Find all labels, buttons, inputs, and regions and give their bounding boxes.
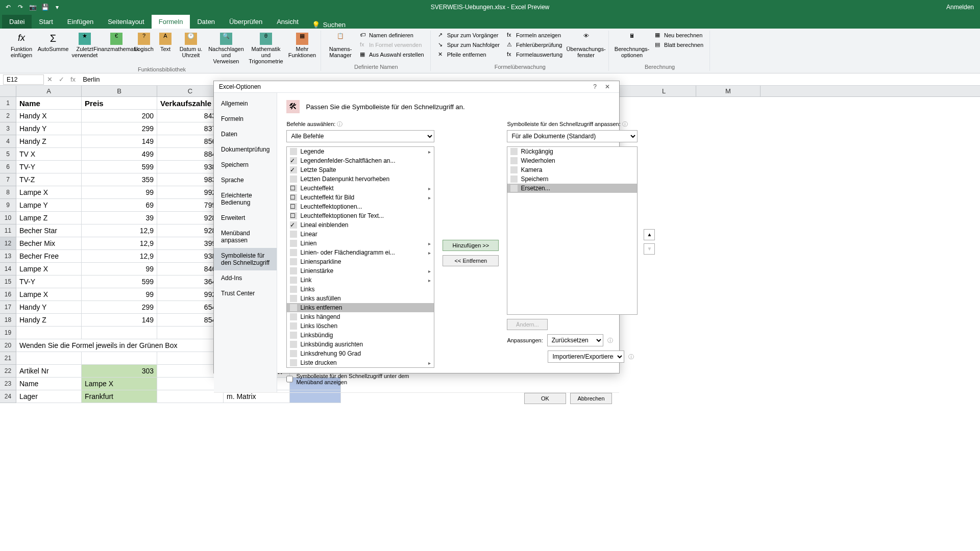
use-in-formula-button[interactable]: fxIn Formel verwenden: [357, 40, 427, 49]
cell[interactable]: [82, 352, 157, 365]
insert-function-button[interactable]: fxFunktion einfügen: [6, 31, 37, 66]
create-from-selection-button[interactable]: ▦Aus Auswahl erstellen: [357, 50, 427, 59]
list-item[interactable]: Ersetzen...: [507, 184, 637, 193]
logical-button[interactable]: ?Logisch: [133, 31, 155, 66]
list-item[interactable]: Linksbündig ausrichten: [287, 340, 434, 349]
cell[interactable]: 499: [82, 148, 157, 161]
cell[interactable]: 599: [82, 161, 157, 173]
fx-button[interactable]: fx: [67, 76, 79, 83]
cell[interactable]: 359: [82, 173, 157, 186]
evaluate-formula-button[interactable]: fxFormelauswertung: [504, 50, 566, 59]
row-header[interactable]: 23: [0, 378, 16, 390]
list-item[interactable]: Speichern: [507, 174, 637, 184]
cell[interactable]: Lampe X: [16, 288, 82, 301]
cell[interactable]: 303: [82, 365, 157, 378]
list-item[interactable]: ☐Leuchteffektoptionen für Text...: [287, 211, 434, 220]
show-formulas-button[interactable]: fxFormeln anzeigen: [504, 31, 566, 40]
row-header[interactable]: 4: [0, 135, 16, 148]
autosum-button[interactable]: ΣAutoSumme: [38, 31, 68, 66]
cell[interactable]: Wenden Sie die Formel jeweils in der Grü…: [16, 339, 224, 352]
sidebar-item[interactable]: Add-Ins: [214, 270, 277, 286]
sidebar-item[interactable]: Symbolleiste für den Schnellzugriff: [214, 248, 277, 270]
save-icon[interactable]: 💾: [41, 3, 49, 11]
sidebar-item[interactable]: Trust Center: [214, 286, 277, 301]
choose-commands-select[interactable]: Alle Befehle: [286, 130, 434, 142]
confirm-icon[interactable]: ✓: [56, 76, 67, 83]
qat-list[interactable]: RückgängigWiederholenKameraSpeichernErse…: [507, 146, 638, 315]
sidebar-item[interactable]: Dokumentprüfung: [214, 142, 277, 157]
ribbon-search[interactable]: 💡 Suchen: [312, 21, 346, 29]
define-name-button[interactable]: 🏷Namen definieren: [357, 31, 427, 40]
cell[interactable]: [16, 327, 82, 339]
list-item[interactable]: ✓Letzte Spalte: [287, 165, 434, 174]
cell[interactable]: Becher Star: [16, 224, 82, 237]
row-header[interactable]: 22: [0, 365, 16, 378]
cell[interactable]: [82, 327, 157, 339]
tab-review[interactable]: Überprüfen: [222, 15, 270, 29]
list-item[interactable]: Linien▸: [287, 239, 434, 248]
row-header[interactable]: 15: [0, 276, 16, 288]
list-item[interactable]: Links löschen: [287, 321, 434, 331]
row-header[interactable]: 24: [0, 390, 16, 403]
cell[interactable]: 599: [82, 276, 157, 288]
list-item[interactable]: Wiederholen: [507, 156, 637, 165]
name-box[interactable]: [3, 74, 44, 85]
cancel-icon[interactable]: ✕: [44, 76, 56, 83]
error-check-button[interactable]: ⚠Fehlerüberprüfung: [504, 40, 566, 49]
cell[interactable]: Lager: [16, 390, 82, 403]
tab-insert[interactable]: Einfügen: [60, 15, 101, 29]
row-header[interactable]: 16: [0, 288, 16, 301]
row-header[interactable]: 5: [0, 148, 16, 161]
cell[interactable]: 149: [82, 314, 157, 327]
tab-file[interactable]: Datei: [2, 15, 32, 29]
cell[interactable]: Lampe Y: [16, 199, 82, 212]
row-header[interactable]: 6: [0, 161, 16, 173]
list-item[interactable]: ☐Leuchteffekt▸: [287, 184, 434, 193]
cell[interactable]: TV-Y: [16, 161, 82, 173]
help-icon[interactable]: ?: [589, 81, 601, 92]
import-export-select[interactable]: Importieren/Exportieren: [548, 350, 624, 363]
cell[interactable]: 12,9: [82, 250, 157, 263]
row-header[interactable]: 13: [0, 250, 16, 263]
list-item[interactable]: Liniensparkline: [287, 257, 434, 266]
cell[interactable]: 149: [82, 135, 157, 148]
commands-list[interactable]: Legende▸✓Legendenfelder-Schaltflächen an…: [286, 146, 434, 368]
list-item[interactable]: Linksbündig: [287, 331, 434, 340]
cell[interactable]: Handy Y: [16, 122, 82, 135]
cell[interactable]: 299: [82, 122, 157, 135]
cell[interactable]: Frankfurt: [82, 390, 157, 403]
move-up-button[interactable]: ▲: [644, 229, 655, 240]
qat-dropdown-icon[interactable]: ▾: [53, 3, 61, 11]
lookup-button[interactable]: 🔍Nachschlagen und Verweisen: [207, 31, 245, 66]
cell[interactable]: 200: [82, 110, 157, 122]
cancel-button[interactable]: Abbrechen: [570, 393, 612, 404]
cell[interactable]: Handy X: [16, 110, 82, 122]
list-item[interactable]: Liste drucken▸: [287, 358, 434, 367]
row-header[interactable]: 17: [0, 301, 16, 314]
remove-arrows-button[interactable]: ✕Pfeile entfernen: [435, 50, 503, 59]
calc-sheet-button[interactable]: ▤Blatt berechnen: [652, 40, 706, 49]
cell[interactable]: 39: [82, 212, 157, 224]
row-header[interactable]: 10: [0, 212, 16, 224]
cell[interactable]: 299: [82, 301, 157, 314]
cell[interactable]: Becher Free: [16, 250, 82, 263]
select-all-corner[interactable]: [0, 86, 16, 96]
tab-pagelayout[interactable]: Seitenlayout: [101, 15, 152, 29]
financial-button[interactable]: €Finanzmathematik: [101, 31, 132, 66]
list-item[interactable]: Linksdrehung 90 Grad: [287, 349, 434, 358]
text-button[interactable]: AText: [156, 31, 175, 66]
table-header[interactable]: Preis: [82, 97, 157, 110]
cell[interactable]: Becher Mix: [16, 237, 82, 250]
list-item[interactable]: Linien- oder Flächendiagramm ei...▸: [287, 248, 434, 257]
row-header[interactable]: 7: [0, 173, 16, 186]
cell[interactable]: Name: [16, 378, 82, 390]
row-header[interactable]: 20: [0, 339, 16, 352]
cell[interactable]: Lampe X: [16, 263, 82, 276]
cell[interactable]: 99: [82, 186, 157, 199]
sidebar-item[interactable]: Daten: [214, 127, 277, 142]
sidebar-item[interactable]: Formeln: [214, 111, 277, 127]
cell[interactable]: Lampe X: [82, 378, 157, 390]
signin-link[interactable]: Anmelden: [946, 4, 980, 11]
tab-formulas[interactable]: Formeln: [152, 15, 190, 29]
add-button[interactable]: Hinzufügen >>: [443, 240, 499, 251]
